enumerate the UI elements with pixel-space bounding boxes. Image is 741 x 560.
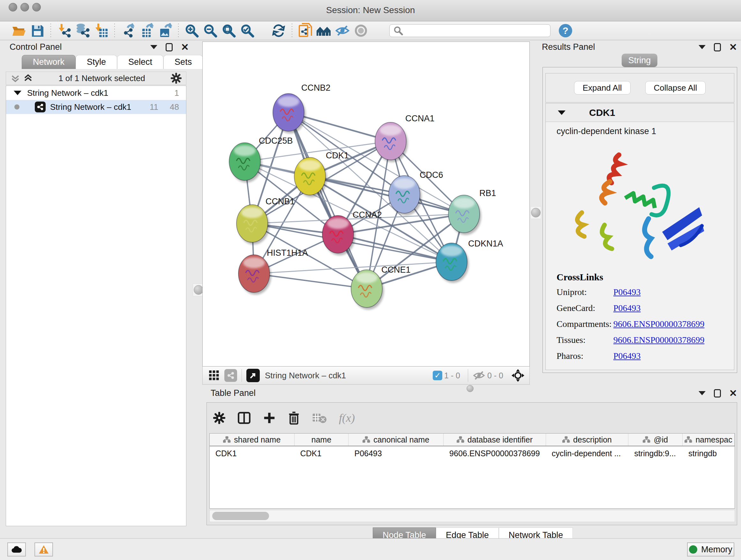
collapse-all-button[interactable]: Collapse All bbox=[645, 81, 706, 95]
tab-select[interactable]: Select bbox=[117, 55, 163, 69]
network-nodes[interactable]: CCNB2CCNA1CDC25BCDK1CDC6RB1CCNB1CCNA2CDK… bbox=[229, 83, 503, 310]
table-cell[interactable]: stringdb:9... bbox=[628, 449, 683, 458]
table-cell[interactable]: cyclin-dependent ... bbox=[546, 449, 629, 458]
control-panel-float-icon[interactable] bbox=[165, 43, 173, 51]
collection-expand-icon[interactable] bbox=[14, 91, 21, 95]
network-node-ccne1[interactable]: CCNE1 bbox=[351, 265, 411, 310]
add-column-icon[interactable] bbox=[263, 412, 276, 424]
zoom-in-button[interactable] bbox=[183, 23, 201, 38]
table-panel-float-icon[interactable] bbox=[714, 389, 721, 397]
show-all-nodes-icon[interactable] bbox=[315, 23, 333, 38]
scrollbar-thumb[interactable] bbox=[212, 512, 269, 520]
table-panel: f(x) shared namenamecanonical namedataba… bbox=[206, 402, 737, 525]
tab-style[interactable]: Style bbox=[76, 55, 117, 69]
grid-view-icon[interactable] bbox=[208, 370, 220, 381]
import-network-database-button[interactable] bbox=[73, 23, 92, 38]
network-node-ccnb2[interactable]: CCNB2 bbox=[273, 83, 331, 133]
window-title: Session: New Session bbox=[0, 5, 741, 15]
expand-all-icon[interactable] bbox=[23, 73, 33, 83]
network-canvas[interactable]: CCNB2CCNA1CDC25BCDK1CDC6RB1CCNB1CCNA2CDK… bbox=[202, 42, 530, 367]
export-table-button[interactable] bbox=[137, 23, 156, 38]
table-cell[interactable]: CDK1 bbox=[210, 449, 294, 458]
table-panel-close-icon[interactable]: ✕ bbox=[729, 390, 737, 397]
help-button[interactable]: ? bbox=[556, 23, 575, 38]
network-node-cdc25b[interactable]: CDC25B bbox=[229, 136, 293, 183]
search-box[interactable] bbox=[389, 24, 550, 37]
network-collection-row[interactable]: String Network – cdk1 1 bbox=[6, 86, 186, 100]
network-node-cdc6[interactable]: CDC6 bbox=[389, 170, 443, 215]
zoom-selected-button[interactable] bbox=[238, 23, 257, 38]
results-panel-minimize-icon[interactable] bbox=[698, 45, 705, 49]
column-header-namespac[interactable]: namespac bbox=[683, 434, 735, 446]
table-cell[interactable]: 9606.ENSP00000378699 bbox=[444, 449, 546, 458]
control-panel-close-icon[interactable]: ✕ bbox=[181, 44, 189, 51]
import-network-file-button[interactable] bbox=[55, 23, 73, 38]
save-session-button[interactable] bbox=[28, 23, 47, 38]
cloud-status-button[interactable] bbox=[7, 543, 26, 557]
network-node-cdk1[interactable]: CDK1 bbox=[294, 151, 349, 197]
open-session-button[interactable] bbox=[10, 23, 28, 38]
network-status-dot bbox=[14, 105, 19, 110]
delete-column-icon[interactable] bbox=[288, 411, 300, 425]
node-label: RB1 bbox=[479, 188, 496, 198]
crosslink-link[interactable]: P06493 bbox=[613, 351, 641, 361]
right-splitter-handle[interactable] bbox=[530, 206, 541, 219]
warnings-button[interactable] bbox=[35, 543, 53, 557]
table-cell[interactable]: CDK1 bbox=[294, 449, 349, 458]
gene-collapse-icon[interactable] bbox=[558, 111, 565, 115]
control-panel: Control Panel ✕ Network Style Select Set… bbox=[3, 42, 189, 530]
collapse-all-icon[interactable] bbox=[10, 73, 20, 83]
crosslink-link[interactable]: P06493 bbox=[613, 287, 641, 297]
expand-all-button[interactable]: Expand All bbox=[574, 81, 630, 95]
show-columns-icon[interactable] bbox=[238, 411, 251, 425]
column-header-description[interactable]: description bbox=[546, 434, 629, 446]
string-results-box: Expand All Collapse All CDK1 cyclin-depe… bbox=[542, 67, 737, 373]
birds-eye-view-icon[interactable] bbox=[511, 368, 525, 382]
import-table-file-button[interactable] bbox=[92, 23, 111, 38]
column-header-name[interactable]: name bbox=[294, 434, 349, 446]
node-table[interactable]: shared namenamecanonical namedatabase id… bbox=[209, 433, 735, 509]
results-tab-string[interactable]: String bbox=[622, 54, 657, 67]
table-header-row[interactable]: shared namenamecanonical namedatabase id… bbox=[210, 434, 735, 446]
memory-button[interactable]: Memory bbox=[687, 543, 734, 557]
network-node-rb1[interactable]: RB1 bbox=[448, 188, 496, 235]
network-node-cdkn1a[interactable]: CDKN1A bbox=[436, 239, 503, 283]
results-panel-close-icon[interactable]: ✕ bbox=[729, 44, 737, 51]
table-horizontal-scrollbar[interactable] bbox=[209, 510, 735, 522]
crosslink-link[interactable]: P06493 bbox=[613, 303, 641, 313]
hide-selected-button[interactable] bbox=[333, 23, 352, 38]
table-cell[interactable]: P06493 bbox=[348, 449, 444, 458]
zoom-fit-button[interactable] bbox=[219, 23, 238, 38]
network-row[interactable]: String Network – cdk1 11 48 bbox=[6, 100, 186, 114]
column-header--id[interactable]: @id bbox=[628, 434, 683, 446]
column-header-database-identifier[interactable]: database identifier bbox=[444, 434, 546, 446]
column-header-shared-name[interactable]: shared name bbox=[210, 434, 294, 446]
tab-network[interactable]: Network bbox=[22, 55, 76, 69]
crosslink-link[interactable]: 9606.ENSP00000378699 bbox=[613, 319, 704, 329]
export-image-button[interactable] bbox=[156, 23, 174, 38]
new-network-from-selection-button[interactable] bbox=[296, 23, 315, 38]
shared-column-icon bbox=[684, 436, 692, 443]
apply-layout-button[interactable] bbox=[269, 23, 288, 38]
results-panel-float-icon[interactable] bbox=[714, 43, 721, 51]
tab-sets[interactable]: Sets bbox=[163, 55, 203, 69]
node-label: CCNA2 bbox=[353, 210, 382, 220]
crosslink-link[interactable]: 9606.ENSP00000378699 bbox=[613, 335, 704, 345]
zoom-out-button[interactable] bbox=[201, 23, 219, 38]
gene-section-header[interactable]: CDK1 bbox=[546, 104, 734, 122]
table-options-gear-icon[interactable] bbox=[213, 412, 225, 424]
gene-section: CDK1 cyclin-dependent kinase 1 CrossLink… bbox=[545, 103, 734, 370]
export-network-button[interactable] bbox=[119, 23, 137, 38]
selected-nodes-checkbox[interactable]: ✓ bbox=[433, 371, 442, 380]
search-input[interactable] bbox=[403, 26, 543, 35]
network-type-icon bbox=[35, 102, 46, 112]
control-panel-minimize-icon[interactable] bbox=[150, 45, 157, 49]
column-header-canonical-name[interactable]: canonical name bbox=[348, 434, 444, 446]
network-options-gear-icon[interactable] bbox=[171, 73, 182, 84]
table-cell[interactable]: stringdb bbox=[683, 449, 735, 458]
network-edge[interactable] bbox=[288, 112, 367, 289]
table-panel-minimize-icon[interactable] bbox=[698, 391, 705, 395]
network-node-ccnb1[interactable]: CCNB1 bbox=[237, 197, 295, 245]
table-row[interactable]: CDK1CDK1P064939606.ENSP00000378699cyclin… bbox=[210, 446, 735, 460]
detach-view-icon[interactable] bbox=[246, 369, 260, 382]
